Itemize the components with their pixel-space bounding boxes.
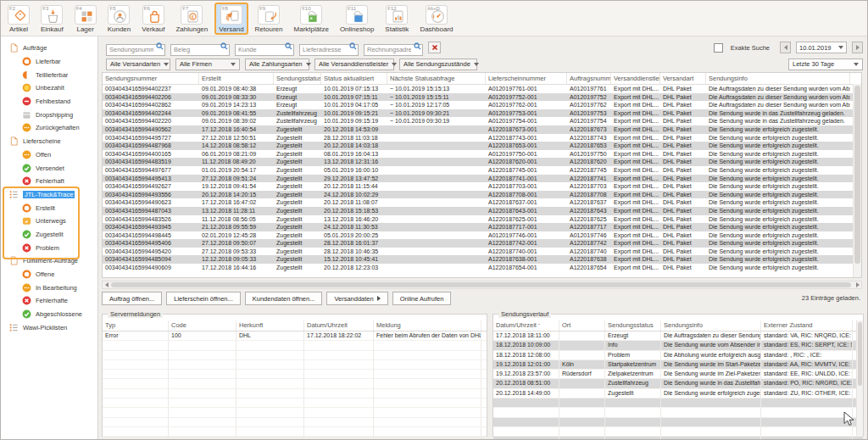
table-row[interactable]: 0034043416599440223709.01.2019 08:40:38E… <box>103 85 861 93</box>
table-row-empty[interactable] <box>103 341 487 350</box>
action-button-versanddaten[interactable]: Versanddaten <box>326 292 387 305</box>
scrollbar-thumb[interactable] <box>111 282 851 287</box>
table-row[interactable]: 0034043416599449060917.12.2018 16:44:16Z… <box>103 264 861 272</box>
sidebar-item-erstellt[interactable]: Erstellt <box>1 201 97 214</box>
table-row-empty[interactable] <box>103 389 487 398</box>
column-header-datum-uhrzeit[interactable]: Datum/Uhrzeitˆ <box>493 320 559 331</box>
sidebar-item-in-bearbeitung[interactable]: In Bearbeitung <box>1 281 97 294</box>
zahlungsarten-select[interactable]: Alle Zahlungsarten <box>245 58 309 70</box>
column-header-status-aktualisiert[interactable]: Status aktualisiert <box>321 73 387 84</box>
action-button-auftrag-ffnen[interactable]: Auftrag öffnen... <box>102 292 162 305</box>
date-next-button[interactable] <box>852 42 863 53</box>
table-row[interactable]: 0034043416599449262719.12.2018 09:41:54Z… <box>103 182 861 191</box>
table-row[interactable]: 20.12.2018 08:51:00ZustellfahrzeugDie Se… <box>493 379 863 388</box>
table-row[interactable]: Error100DHL17.12.2018 18:22:02Fehler bei… <box>103 331 487 341</box>
table-row-empty[interactable] <box>103 360 487 370</box>
sendungszustaende-select[interactable]: Alle Sendungszustände <box>399 58 477 70</box>
sidebar-item-abgeschlossene[interactable]: Abgeschlossene <box>1 308 97 321</box>
column-header-sendungsinfo[interactable]: Sendungsinfo <box>661 320 761 331</box>
firmen-select[interactable]: Alle Firmen <box>175 58 240 70</box>
scroll-right-arrow-icon[interactable] <box>854 281 861 288</box>
toolbar-button-marktpl-tze[interactable]: F10Marktplätze <box>290 3 333 35</box>
table-row[interactable]: 17.12.2018 18:11:00ErzeugtDie Auftragsda… <box>493 331 863 341</box>
table-row[interactable]: 19.12.2018 23:57:00RüdersdorfZielpaketze… <box>493 370 863 379</box>
sidebar-item-fehlerhaft[interactable]: Fehlerhaft <box>1 175 97 188</box>
table-row[interactable]: 19.12.2018 12:01:00KölnStartpaketzentrum… <box>493 360 863 370</box>
table-row-empty[interactable] <box>103 437 487 440</box>
table-row[interactable]: 0034043416599449062317.12.2018 16:47:02Z… <box>103 198 861 207</box>
toolbar-button-verkauf[interactable]: F6Verkauf <box>137 3 169 35</box>
column-header-ort[interactable]: Ort <box>559 320 605 331</box>
action-button-lieferschein-ffnen[interactable]: Lieferschein öffnen... <box>166 292 241 305</box>
column-header-n-chste-statusabfrage[interactable]: Nächste Statusabfrage <box>387 73 486 84</box>
table-row[interactable]: 0034043416599440224409.01.2019 08:41:55Z… <box>103 109 861 118</box>
table-row[interactable]: 0034043416599448352611.12.2018 08:56:05Z… <box>103 215 861 224</box>
column-header-sendungsstatus[interactable]: Sendungsstatus <box>274 73 321 84</box>
sidebar-item-fulfillment-auftr-ge[interactable]: Fulfillment-Aufträge <box>1 254 97 268</box>
sidebar-item-teillieferbar[interactable]: Teillieferbar <box>1 68 97 81</box>
table-row[interactable]: 0034043416599440286209.01.2019 14:23:13E… <box>103 101 861 109</box>
table-row[interactable]: 0034043416599448351911.12.2018 08:49:20Z… <box>103 158 861 166</box>
column-header-externer-zustand[interactable]: Externer Zustand <box>761 320 853 331</box>
table-row[interactable]: 0034043416599449542027.12.2018 09:53:33Z… <box>103 248 861 256</box>
table-row[interactable]: 0034043416599440016506.01.2019 08:21:09Z… <box>103 150 861 159</box>
table-row-empty[interactable] <box>493 398 863 408</box>
column-header-versanddienstlei[interactable]: Versanddienstlei... <box>611 73 660 84</box>
column-header-sendungsinfo[interactable]: Sendungsinfo <box>706 73 850 84</box>
table-row[interactable]: 18.12.2018 10:09:00InfoDie Sendung wurde… <box>493 341 863 350</box>
table-row[interactable]: 0034043416599449394521.12.2018 09:55:59Z… <box>103 223 861 231</box>
toolbar-button-versand[interactable]: F8Versand <box>214 3 248 35</box>
table-row-empty[interactable] <box>103 351 487 360</box>
column-header-datum-uhrzeit[interactable]: Datum/Uhrzeit <box>304 320 374 331</box>
table-row-empty[interactable] <box>493 418 863 427</box>
table-row-empty[interactable] <box>103 408 487 417</box>
history-scrollbar[interactable] <box>856 320 863 436</box>
sidebar-item-problem[interactable]: Problem <box>1 241 97 254</box>
table-row[interactable]: 20.12.2018 14:49:00ZugestelltDie Sendung… <box>493 389 863 398</box>
toolbar-button-lager[interactable]: F4Lager <box>70 3 101 35</box>
table-row-empty[interactable] <box>493 427 863 437</box>
sidebar-item-fehlerhafte[interactable]: Fehlerhafte <box>1 294 97 308</box>
sidebar-item-lieferbar[interactable]: Lieferbar <box>1 55 97 69</box>
toolbar-button-dashboard[interactable]: Alt+DDashboard <box>415 3 457 35</box>
sidebar-item-auftr-ge[interactable]: Aufträge <box>1 42 97 55</box>
table-row[interactable]: 0034043416599449541327.12.2018 09:51:24Z… <box>103 175 861 183</box>
date-input[interactable]: 10.01.2019 <box>796 42 847 53</box>
column-header-sendungsstatus[interactable]: Sendungsstatus <box>605 320 661 331</box>
toolbar-button-statistik[interactable]: F12Statistik <box>381 3 413 35</box>
versanddienstleister-select[interactable]: Alle Versanddienstleister <box>314 58 394 70</box>
date-prev-button[interactable] <box>780 42 791 53</box>
column-header-herkunft[interactable]: Herkunft <box>236 320 304 331</box>
date-range-select[interactable]: Letzte 30 Tage <box>788 58 863 70</box>
table-row[interactable]: 18.12.2018 12:08:00ProblemDie Abholung w… <box>493 351 863 360</box>
action-button-kundendaten-ffnen[interactable]: Kundendaten öffnen... <box>245 292 323 305</box>
clear-filters-button[interactable] <box>428 42 441 53</box>
column-header-auftragsnummer[interactable]: Auftragsnummer <box>567 73 611 84</box>
column-header-lieferscheinnummer[interactable]: Lieferscheinnummer <box>486 73 567 84</box>
table-row-empty[interactable] <box>103 398 487 408</box>
versandarten-select[interactable]: Alle Versandarten <box>106 58 170 70</box>
vertical-scrollbar[interactable] <box>853 84 861 277</box>
column-header-versandart[interactable]: Versandart <box>660 73 706 84</box>
scroll-left-arrow-icon[interactable] <box>103 281 110 288</box>
column-header-code[interactable]: Code <box>169 320 236 331</box>
sidebar-item-offene[interactable]: Offene <box>1 268 97 281</box>
table-row[interactable]: 0034043416599449540627.12.2018 09:50:07Z… <box>103 239 861 248</box>
table-row-empty[interactable] <box>103 370 487 379</box>
toolbar-button-artikel[interactable]: F2Artikel <box>3 3 34 35</box>
table-row[interactable]: 0034043416599449572727.12.2018 12:50:51Z… <box>103 134 861 142</box>
table-row-empty[interactable] <box>493 437 863 440</box>
column-header-sendungsnummer[interactable]: Sendungsnummer <box>103 73 199 84</box>
table-row[interactable]: 0034043416599448796814.12.2018 08:58:12Z… <box>103 142 861 150</box>
sidebar-item-zur-ckgehalten[interactable]: Zurückgehalten <box>1 121 97 135</box>
scrollbar-thumb[interactable] <box>854 86 860 264</box>
table-row-empty[interactable] <box>493 408 863 417</box>
sidebar-item-offen[interactable]: Offen <box>1 148 97 162</box>
table-row-empty[interactable] <box>103 418 487 427</box>
sidebar-item-lieferscheine[interactable]: Lieferscheine <box>1 135 97 148</box>
toolbar-button-retouren[interactable]: F9Retouren <box>251 3 287 35</box>
table-row[interactable]: 0034043416599449056217.12.2018 16:40:54Z… <box>103 125 861 134</box>
toolbar-button-einkauf[interactable]: F3Einkauf <box>36 3 68 35</box>
sidebar-item-fehlbestand[interactable]: Fehlbestand <box>1 95 97 109</box>
toolbar-button-onlineshop[interactable]: F11Onlineshop <box>336 3 378 35</box>
